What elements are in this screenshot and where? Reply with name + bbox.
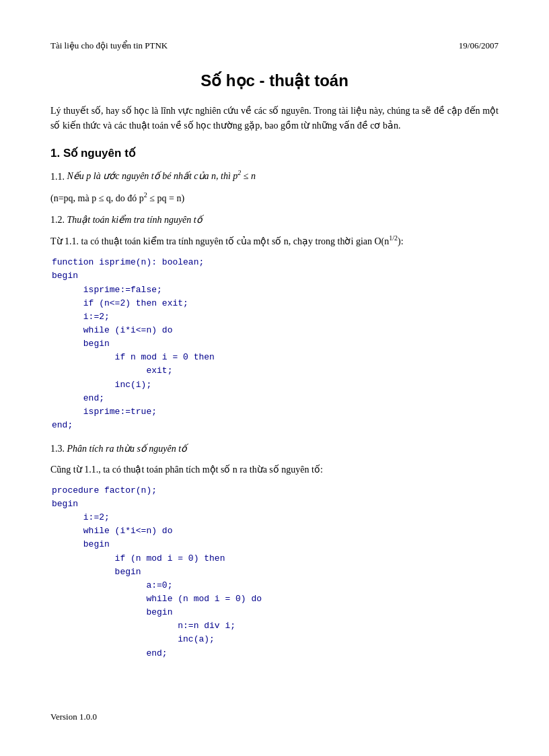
header-right: 19/06/2007 bbox=[459, 40, 499, 51]
code-line: procedure factor(n); bbox=[52, 484, 499, 497]
code-line: function isprime(n): boolean; bbox=[52, 256, 499, 269]
code-line: inc(i); bbox=[52, 378, 499, 392]
page: Tài liệu cho đội tuyển tin PTNK 19/06/20… bbox=[0, 0, 549, 756]
code-line: inc(a); bbox=[52, 633, 499, 646]
code-line: i:=2; bbox=[52, 310, 499, 324]
code-line: end; bbox=[52, 647, 499, 660]
s12-label: 1.2. bbox=[50, 215, 65, 225]
s12-desc: Từ 1.1. ta có thuật toán kiểm tra tính n… bbox=[50, 233, 499, 249]
code-line: if (n<=2) then exit; bbox=[52, 297, 499, 310]
s12-italic: Thuật toán kiểm tra tính nguyên tố bbox=[67, 215, 203, 225]
code-block-isprime: function isprime(n): boolean; begin ispr… bbox=[50, 256, 499, 432]
footer-version: Version 1.0.0 bbox=[50, 712, 97, 722]
s11-label: 1.1. bbox=[50, 171, 65, 181]
code-line: begin bbox=[52, 337, 499, 351]
code-line: while (n mod i = 0) do bbox=[52, 592, 499, 606]
code-line: isprime:=false; bbox=[52, 283, 499, 297]
code-block-factor: procedure factor(n); begin i:=2; while (… bbox=[50, 484, 499, 660]
code-line: if n mod i = 0 then bbox=[52, 351, 499, 364]
s13-desc: Cũng từ 1.1., ta có thuật toán phân tích… bbox=[50, 462, 499, 477]
intro-paragraph: Lý thuyết số, hay số học là lĩnh vực ngh… bbox=[50, 104, 499, 134]
code-line: begin bbox=[52, 606, 499, 619]
code-line: isprime:=true; bbox=[52, 405, 499, 419]
code-line: a:=0; bbox=[52, 579, 499, 592]
code-line: begin bbox=[52, 565, 499, 579]
section1-heading: 1. Số nguyên tố bbox=[50, 146, 499, 160]
s13-label: 1.3. bbox=[50, 444, 65, 454]
subsection-1-2: 1.2. Thuật toán kiểm tra tính nguyên tố bbox=[50, 213, 499, 228]
formula-line: (n=pq, mà p ≤ q, do đó p2 ≤ pq = n) bbox=[50, 190, 499, 206]
page-header: Tài liệu cho đội tuyển tin PTNK 19/06/20… bbox=[50, 40, 499, 51]
s11-text: Nếu p là ước nguyên tố bé nhất của n, th… bbox=[67, 171, 256, 181]
code-line: n:=n div i; bbox=[52, 619, 499, 633]
code-line: begin bbox=[52, 497, 499, 511]
code-line: end; bbox=[52, 419, 499, 432]
header-left: Tài liệu cho đội tuyển tin PTNK bbox=[50, 40, 168, 51]
code-line: end; bbox=[52, 392, 499, 405]
code-line: begin bbox=[52, 269, 499, 283]
code-line: i:=2; bbox=[52, 511, 499, 524]
page-title: Số học - thuật toán bbox=[50, 71, 499, 90]
code-line: if (n mod i = 0) then bbox=[52, 552, 499, 565]
code-line: while (i*i<=n) do bbox=[52, 524, 499, 538]
code-line: while (i*i<=n) do bbox=[52, 324, 499, 337]
s13-italic: Phân tích ra thừa số nguyên tố bbox=[67, 444, 188, 454]
subsection-1-3: 1.3. Phân tích ra thừa số nguyên tố bbox=[50, 442, 499, 456]
code-line: begin bbox=[52, 538, 499, 551]
subsection-1-1: 1.1. Nếu p là ước nguyên tố bé nhất của … bbox=[50, 168, 499, 184]
code-line: exit; bbox=[52, 364, 499, 378]
